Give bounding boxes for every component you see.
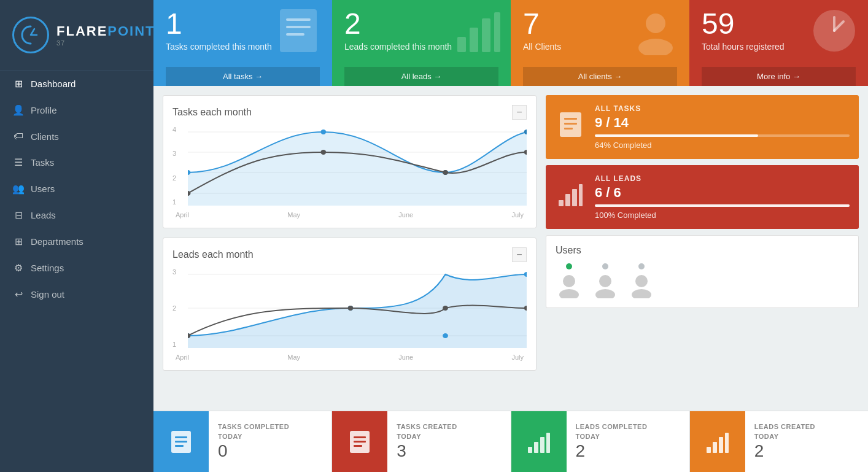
users-panel-title: Users — [556, 245, 849, 256]
leads-chart-area — [188, 268, 527, 350]
sidebar-item-profile-label: Profile — [31, 105, 57, 115]
users-list — [556, 263, 849, 298]
user-avatar-1[interactable] — [556, 263, 583, 298]
stat-footer-leads[interactable]: All leads → — [344, 67, 498, 86]
sidebar-item-departments[interactable]: ⊞ Departments — [0, 228, 153, 255]
sidebar-item-tasks[interactable]: ☰ Tasks — [0, 149, 153, 176]
leads-icon: ⊟ — [12, 209, 25, 221]
top-stat-cards: 1 Tasks completed this month All tasks →… — [153, 0, 868, 86]
svg-rect-57 — [534, 442, 538, 453]
leads-widget-numbers: 6 / 6 — [595, 185, 850, 201]
right-column: ALL TASKS 9 / 14 64% Completed — [546, 95, 859, 401]
tasks-chart-panel: Tasks each month − 4321 — [163, 95, 537, 228]
sidebar-item-profile[interactable]: 👤 Profile — [0, 97, 153, 123]
svg-rect-63 — [725, 433, 729, 453]
leads-chart-header: Leads each month − — [172, 247, 527, 262]
bottom-card-tasks-completed-title: TASKS COMPLETEDTODAY — [218, 422, 289, 441]
svg-rect-53 — [354, 436, 366, 438]
leads-progress-bar — [595, 204, 850, 207]
leads-widget-sub: 100% Completed — [595, 211, 850, 220]
tasks-widget-title: ALL TASKS — [595, 104, 850, 113]
svg-rect-54 — [354, 441, 366, 443]
svg-rect-41 — [579, 184, 583, 206]
leads-chart-minimize[interactable]: − — [512, 247, 527, 262]
bottom-card-leads-created-number: 2 — [754, 441, 815, 461]
bottom-card-tasks-completed-number: 0 — [218, 441, 289, 461]
bottom-card-tasks-created-title: TASKS CREATEDTODAY — [397, 422, 457, 441]
leads-widget-title: ALL LEADS — [595, 174, 850, 183]
tasks-progress-fill — [595, 134, 758, 137]
signout-icon: ↩ — [12, 288, 25, 300]
leads-chart-svg — [188, 268, 527, 348]
tasks-chart-area — [188, 126, 527, 208]
svg-point-45 — [595, 289, 615, 298]
sidebar-item-leads[interactable]: ⊟ Leads — [0, 202, 153, 228]
dashboard-icon: ⊞ — [12, 78, 25, 90]
sidebar-item-dashboard[interactable]: ⊞ Dashboard — [0, 71, 153, 97]
bottom-card-leads-created-info: LEADS CREATEDTODAY 2 — [745, 422, 824, 461]
leads-chart-panel: Leads each month − 3 2 1 — [163, 238, 537, 371]
user-avatar-3[interactable] — [628, 263, 655, 298]
tasks-label-july: July — [511, 211, 524, 219]
tasks-chart-header: Tasks each month − — [172, 105, 527, 120]
svg-point-42 — [563, 275, 575, 287]
svg-rect-4 — [457, 37, 466, 52]
bottom-card-leads-completed-title: LEADS COMPLETEDTODAY — [576, 422, 648, 441]
svg-rect-60 — [707, 447, 711, 453]
sidebar-item-users[interactable]: 👥 Users — [0, 176, 153, 202]
bottom-card-leads-completed: LEADS COMPLETEDTODAY 2 — [511, 411, 690, 472]
leads-widget-icon — [555, 180, 586, 214]
users-icon: 👥 — [12, 183, 25, 195]
stat-bg-icon-leads — [452, 6, 502, 62]
leads-y-labels: 3 2 1 — [172, 268, 185, 348]
svg-point-20 — [320, 150, 326, 155]
leads-label-april: April — [176, 354, 189, 361]
bottom-card-tasks-completed: TASKS COMPLETEDTODAY 0 — [153, 411, 332, 472]
svg-rect-1 — [286, 18, 311, 21]
svg-point-43 — [559, 289, 579, 298]
svg-rect-58 — [540, 437, 544, 453]
svg-rect-0 — [280, 9, 317, 52]
user-3-avatar-icon — [628, 271, 655, 298]
bottom-stat-cards: TASKS COMPLETEDTODAY 0 TASKS CREATEDTODA… — [153, 411, 868, 472]
bottom-card-tasks-created-icon — [332, 411, 387, 472]
bottom-card-tasks-created: TASKS CREATEDTODAY 3 — [332, 411, 511, 472]
tasks-y-labels: 4321 — [172, 126, 185, 206]
sidebar-item-dashboard-label: Dashboard — [31, 79, 76, 89]
tasks-chart-minimize[interactable]: − — [512, 105, 527, 120]
svg-point-21 — [443, 170, 448, 175]
sidebar-item-settings-label: Settings — [31, 263, 64, 273]
stat-bg-icon-tasks — [274, 6, 323, 62]
svg-rect-36 — [564, 123, 577, 125]
tasks-widget-content: ALL TASKS 9 / 14 64% Completed — [595, 104, 850, 150]
svg-rect-59 — [546, 433, 550, 453]
stat-card-tasks: 1 Tasks completed this month All tasks → — [153, 0, 332, 86]
tasks-label-april: April — [176, 211, 189, 219]
leads-widget-content: ALL LEADS 6 / 6 100% Completed — [595, 174, 850, 220]
stat-card-leads: 2 Leads completed this month All leads → — [332, 0, 511, 86]
users-panel: Users — [546, 235, 859, 308]
bottom-card-leads-completed-info: LEADS COMPLETEDTODAY 2 — [567, 422, 657, 461]
charts-column: Tasks each month − 4321 — [163, 95, 537, 401]
svg-rect-55 — [354, 445, 362, 447]
tasks-widget-numbers: 9 / 14 — [595, 115, 850, 131]
user-avatar-2[interactable] — [592, 263, 619, 298]
stat-footer-tasks[interactable]: All tasks → — [166, 67, 320, 86]
stat-footer-hours[interactable]: More info → — [702, 67, 856, 86]
bottom-card-leads-completed-icon — [511, 411, 567, 472]
all-leads-widget: ALL LEADS 6 / 6 100% Completed — [546, 165, 859, 229]
svg-rect-51 — [175, 445, 184, 447]
bottom-card-tasks-completed-icon — [153, 411, 209, 472]
tasks-widget-icon — [555, 110, 586, 144]
stat-footer-clients[interactable]: All clients → — [523, 67, 677, 86]
sidebar-item-clients[interactable]: 🏷 Clients — [0, 123, 153, 149]
sidebar-item-departments-label: Departments — [31, 236, 83, 247]
sidebar: FLAREPOINT 37 ⊞ Dashboard 👤 Profile 🏷 Cl… — [0, 0, 153, 472]
tasks-chart-title: Tasks each month — [172, 107, 252, 118]
svg-rect-40 — [572, 189, 577, 206]
sidebar-item-settings[interactable]: ⚙ Settings — [0, 255, 153, 281]
content-area: Tasks each month − 4321 — [153, 86, 868, 411]
sidebar-item-signout[interactable]: ↩ Sign out — [0, 281, 153, 308]
svg-point-16 — [320, 130, 326, 134]
leads-label-june: June — [398, 354, 413, 361]
